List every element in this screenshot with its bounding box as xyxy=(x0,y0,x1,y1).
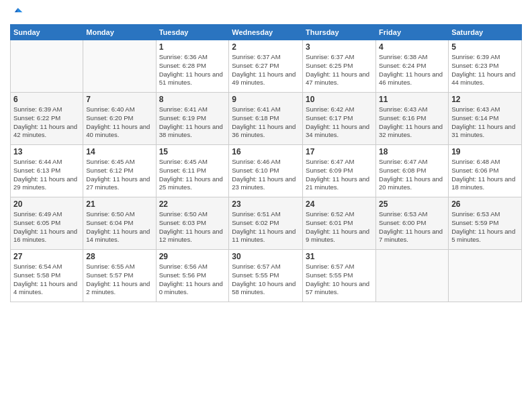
day-info: Sunrise: 6:44 AM Sunset: 6:13 PM Dayligh… xyxy=(13,158,80,192)
day-info: Sunrise: 6:53 AM Sunset: 6:00 PM Dayligh… xyxy=(379,210,445,244)
day-number: 5 xyxy=(451,42,519,52)
day-number: 3 xyxy=(306,42,373,52)
calendar-cell: 13Sunrise: 6:44 AM Sunset: 6:13 PM Dayli… xyxy=(11,145,83,197)
calendar-cell: 11Sunrise: 6:43 AM Sunset: 6:16 PM Dayli… xyxy=(376,93,449,145)
day-info: Sunrise: 6:48 AM Sunset: 6:06 PM Dayligh… xyxy=(451,158,519,192)
header-cell-friday: Friday xyxy=(376,25,449,40)
day-info: Sunrise: 6:50 AM Sunset: 6:03 PM Dayligh… xyxy=(159,210,226,244)
calendar-cell: 17Sunrise: 6:47 AM Sunset: 6:09 PM Dayli… xyxy=(303,145,376,197)
day-number: 26 xyxy=(451,199,519,209)
calendar-cell: 7Sunrise: 6:40 AM Sunset: 6:20 PM Daylig… xyxy=(83,93,156,145)
day-info: Sunrise: 6:54 AM Sunset: 5:58 PM Dayligh… xyxy=(13,263,80,297)
day-info: Sunrise: 6:52 AM Sunset: 6:01 PM Dayligh… xyxy=(306,210,373,244)
calendar-cell: 30Sunrise: 6:57 AM Sunset: 5:55 PM Dayli… xyxy=(229,250,303,302)
calendar-cell: 29Sunrise: 6:56 AM Sunset: 5:56 PM Dayli… xyxy=(156,250,229,302)
calendar-cell: 12Sunrise: 6:43 AM Sunset: 6:14 PM Dayli… xyxy=(449,93,522,145)
calendar-cell: 21Sunrise: 6:50 AM Sunset: 6:04 PM Dayli… xyxy=(83,197,156,250)
day-number: 17 xyxy=(306,147,373,156)
day-number: 20 xyxy=(13,199,80,209)
day-number: 30 xyxy=(232,252,300,261)
header-cell-tuesday: Tuesday xyxy=(156,25,229,40)
calendar-cell: 18Sunrise: 6:47 AM Sunset: 6:08 PM Dayli… xyxy=(376,145,449,197)
page: SundayMondayTuesdayWednesdayThursdayFrid… xyxy=(0,0,532,411)
day-info: Sunrise: 6:38 AM Sunset: 6:24 PM Dayligh… xyxy=(379,53,445,87)
calendar-cell: 28Sunrise: 6:55 AM Sunset: 5:57 PM Dayli… xyxy=(83,250,156,302)
day-info: Sunrise: 6:39 AM Sunset: 6:23 PM Dayligh… xyxy=(451,53,519,87)
week-row-3: 13Sunrise: 6:44 AM Sunset: 6:13 PM Dayli… xyxy=(11,145,522,197)
day-number: 28 xyxy=(86,252,152,261)
calendar-header: SundayMondayTuesdayWednesdayThursdayFrid… xyxy=(11,25,522,40)
calendar-cell: 19Sunrise: 6:48 AM Sunset: 6:06 PM Dayli… xyxy=(449,145,522,197)
day-number: 15 xyxy=(159,147,226,156)
day-number: 29 xyxy=(159,252,226,261)
day-number: 11 xyxy=(379,95,445,104)
calendar-cell: 14Sunrise: 6:45 AM Sunset: 6:12 PM Dayli… xyxy=(83,145,156,197)
day-info: Sunrise: 6:37 AM Sunset: 6:25 PM Dayligh… xyxy=(306,53,373,87)
header-cell-monday: Monday xyxy=(83,25,156,40)
calendar-cell: 15Sunrise: 6:45 AM Sunset: 6:11 PM Dayli… xyxy=(156,145,229,197)
calendar-cell: 26Sunrise: 6:53 AM Sunset: 5:59 PM Dayli… xyxy=(449,197,522,250)
calendar-cell: 16Sunrise: 6:46 AM Sunset: 6:10 PM Dayli… xyxy=(229,145,303,197)
day-number: 24 xyxy=(306,199,373,209)
day-number: 14 xyxy=(86,147,152,156)
day-number: 2 xyxy=(232,42,300,52)
calendar-cell: 25Sunrise: 6:53 AM Sunset: 6:00 PM Dayli… xyxy=(376,197,449,250)
day-info: Sunrise: 6:41 AM Sunset: 6:19 PM Dayligh… xyxy=(159,105,226,140)
calendar-cell xyxy=(83,40,156,93)
day-number: 10 xyxy=(306,95,373,104)
header-cell-sunday: Sunday xyxy=(11,25,83,40)
calendar-cell: 27Sunrise: 6:54 AM Sunset: 5:58 PM Dayli… xyxy=(11,250,83,302)
week-row-1: 1Sunrise: 6:36 AM Sunset: 6:28 PM Daylig… xyxy=(11,40,522,93)
day-info: Sunrise: 6:43 AM Sunset: 6:16 PM Dayligh… xyxy=(379,105,445,140)
calendar-cell: 9Sunrise: 6:41 AM Sunset: 6:18 PM Daylig… xyxy=(229,93,303,145)
day-number: 19 xyxy=(451,147,519,156)
day-number: 21 xyxy=(86,199,152,209)
header-cell-thursday: Thursday xyxy=(303,25,376,40)
day-number: 6 xyxy=(13,95,80,104)
day-number: 27 xyxy=(13,252,80,261)
calendar-cell: 22Sunrise: 6:50 AM Sunset: 6:03 PM Dayli… xyxy=(156,197,229,250)
day-info: Sunrise: 6:41 AM Sunset: 6:18 PM Dayligh… xyxy=(232,105,300,140)
calendar-cell xyxy=(449,250,522,302)
svg-marker-1 xyxy=(15,8,18,13)
calendar-cell: 3Sunrise: 6:37 AM Sunset: 6:25 PM Daylig… xyxy=(303,40,376,93)
calendar-body: 1Sunrise: 6:36 AM Sunset: 6:28 PM Daylig… xyxy=(11,40,522,302)
calendar-table: SundayMondayTuesdayWednesdayThursdayFrid… xyxy=(10,24,522,302)
day-number: 12 xyxy=(451,95,519,104)
day-info: Sunrise: 6:53 AM Sunset: 5:59 PM Dayligh… xyxy=(451,210,519,244)
week-row-2: 6Sunrise: 6:39 AM Sunset: 6:22 PM Daylig… xyxy=(11,93,522,145)
day-number: 4 xyxy=(379,42,445,52)
day-info: Sunrise: 6:49 AM Sunset: 6:05 PM Dayligh… xyxy=(13,210,80,244)
day-info: Sunrise: 6:37 AM Sunset: 6:27 PM Dayligh… xyxy=(232,53,300,87)
calendar-cell: 5Sunrise: 6:39 AM Sunset: 6:23 PM Daylig… xyxy=(449,40,522,93)
day-number: 22 xyxy=(159,199,226,209)
day-info: Sunrise: 6:45 AM Sunset: 6:12 PM Dayligh… xyxy=(86,158,152,192)
svg-marker-0 xyxy=(18,8,23,13)
calendar-cell: 8Sunrise: 6:41 AM Sunset: 6:19 PM Daylig… xyxy=(156,93,229,145)
day-number: 1 xyxy=(159,42,226,52)
day-number: 7 xyxy=(86,95,152,104)
day-number: 31 xyxy=(306,252,373,261)
day-info: Sunrise: 6:39 AM Sunset: 6:22 PM Dayligh… xyxy=(13,105,80,140)
header xyxy=(10,7,522,20)
day-info: Sunrise: 6:45 AM Sunset: 6:11 PM Dayligh… xyxy=(159,158,226,192)
calendar-cell xyxy=(376,250,449,302)
day-info: Sunrise: 6:57 AM Sunset: 5:55 PM Dayligh… xyxy=(232,263,300,297)
calendar-cell: 24Sunrise: 6:52 AM Sunset: 6:01 PM Dayli… xyxy=(303,197,376,250)
calendar-cell: 23Sunrise: 6:51 AM Sunset: 6:02 PM Dayli… xyxy=(229,197,303,250)
day-number: 16 xyxy=(232,147,300,156)
day-info: Sunrise: 6:50 AM Sunset: 6:04 PM Dayligh… xyxy=(86,210,152,244)
day-number: 9 xyxy=(232,95,300,104)
calendar-cell: 1Sunrise: 6:36 AM Sunset: 6:28 PM Daylig… xyxy=(156,40,229,93)
header-cell-wednesday: Wednesday xyxy=(229,25,303,40)
day-info: Sunrise: 6:36 AM Sunset: 6:28 PM Dayligh… xyxy=(159,53,226,87)
day-number: 13 xyxy=(13,147,80,156)
week-row-4: 20Sunrise: 6:49 AM Sunset: 6:05 PM Dayli… xyxy=(11,197,522,250)
header-cell-saturday: Saturday xyxy=(449,25,522,40)
day-info: Sunrise: 6:46 AM Sunset: 6:10 PM Dayligh… xyxy=(232,158,300,192)
calendar-cell: 10Sunrise: 6:42 AM Sunset: 6:17 PM Dayli… xyxy=(303,93,376,145)
calendar-cell: 20Sunrise: 6:49 AM Sunset: 6:05 PM Dayli… xyxy=(11,197,83,250)
calendar-cell: 2Sunrise: 6:37 AM Sunset: 6:27 PM Daylig… xyxy=(229,40,303,93)
calendar-cell: 6Sunrise: 6:39 AM Sunset: 6:22 PM Daylig… xyxy=(11,93,83,145)
day-info: Sunrise: 6:56 AM Sunset: 5:56 PM Dayligh… xyxy=(159,263,226,297)
